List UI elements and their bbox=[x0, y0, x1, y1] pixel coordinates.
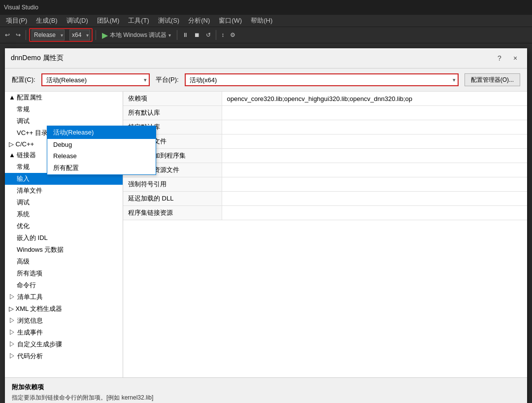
description-panel: 附加依赖项 指定要添加到链接命令行的附加项。[例如 kernel32.lib] bbox=[5, 377, 527, 403]
title-bar: Visual Studio bbox=[0, 0, 532, 15]
config-manager-button[interactable]: 配置管理器(O)... bbox=[465, 73, 520, 86]
undo-button[interactable]: ↩ bbox=[3, 31, 12, 39]
dropdown-item-Debug[interactable]: Debug bbox=[47, 139, 156, 150]
config-row: 配置(C): 活动(Release) Debug Release 所有配置 平台… bbox=[5, 68, 527, 92]
menu-help[interactable]: 帮助(H) bbox=[247, 15, 276, 26]
tree-item-windows-meta[interactable]: Windows 元数据 bbox=[5, 244, 123, 256]
prop-name: 延迟加载的 DLL bbox=[123, 192, 222, 206]
menu-test[interactable]: 测试(S) bbox=[154, 15, 183, 26]
platform-select-dialog[interactable]: 活动(x64) x64 x86 所有平台 bbox=[185, 73, 459, 86]
table-row[interactable]: 将模块添加到程序集 bbox=[123, 149, 527, 163]
prop-value bbox=[222, 206, 527, 220]
description-title: 附加依赖项 bbox=[12, 383, 520, 392]
dropdown-item-----[interactable]: 所有配置 bbox=[47, 162, 156, 174]
prop-value bbox=[222, 192, 527, 206]
tree-item-linker-debug[interactable]: 调试 bbox=[5, 197, 123, 208]
platform-label: 平台(P): bbox=[156, 75, 179, 84]
separator2 bbox=[96, 30, 96, 40]
restart-button[interactable]: ↺ bbox=[204, 31, 213, 39]
menu-analyze[interactable]: 分析(N) bbox=[184, 15, 214, 26]
tree-item-code-analysis[interactable]: ▷ 代码分析 bbox=[5, 350, 123, 362]
separator4 bbox=[216, 30, 216, 40]
config-combo: 活动(Release) Debug Release 所有配置 bbox=[41, 73, 150, 86]
prop-value bbox=[222, 134, 527, 149]
config-dropdown-popup: 活动(Release)DebugRelease所有配置 bbox=[47, 126, 156, 175]
tree-item-browse-info[interactable]: ▷ 浏览信息 bbox=[5, 315, 123, 327]
tree-item-system[interactable]: 系统 bbox=[5, 208, 123, 220]
prop-value bbox=[222, 120, 527, 134]
table-row[interactable]: 模块定义文件 bbox=[123, 134, 527, 149]
platform-select[interactable]: x64 x86 bbox=[69, 30, 90, 40]
prop-name: 强制符号引用 bbox=[123, 177, 222, 192]
dropdown-item----Release-[interactable]: 活动(Release) bbox=[47, 126, 156, 139]
tree-item-cmdline[interactable]: 命令行 bbox=[5, 279, 123, 291]
table-row[interactable]: 持定默认库 bbox=[123, 120, 527, 134]
dialog-controls: ? × bbox=[494, 52, 521, 64]
prop-value bbox=[222, 106, 527, 120]
menu-debug[interactable]: 调试(D) bbox=[63, 15, 92, 26]
run-icon: ▶ bbox=[102, 31, 108, 40]
separator3 bbox=[177, 30, 177, 40]
prop-value bbox=[222, 149, 527, 163]
table-row[interactable]: 强制符号引用 bbox=[123, 177, 527, 192]
config-select-dialog[interactable]: 活动(Release) Debug Release 所有配置 bbox=[41, 73, 150, 86]
run-label: 本地 Windows 调试器 bbox=[110, 31, 166, 39]
menu-window[interactable]: 窗口(W) bbox=[215, 15, 246, 26]
redo-button[interactable]: ↪ bbox=[14, 31, 23, 39]
menu-build[interactable]: 生成(B) bbox=[32, 15, 61, 26]
prop-value: opencv_core320.lib;opencv_highgui320.lib… bbox=[222, 92, 527, 106]
table-row[interactable]: 延迟加载的 DLL bbox=[123, 192, 527, 206]
tree-item-optimize[interactable]: 优化 bbox=[5, 220, 123, 232]
table-row[interactable]: 依赖项opencv_core320.lib;opencv_highgui320.… bbox=[123, 92, 527, 106]
description-text: 指定要添加到链接命令行的附加项。[例如 kernel32.lib] bbox=[12, 394, 520, 402]
prop-value bbox=[222, 163, 527, 177]
menu-bar: 项目(P) 生成(B) 调试(D) 团队(M) 工具(T) 测试(S) 分析(N… bbox=[0, 15, 532, 27]
prop-value bbox=[222, 177, 527, 192]
toolbar: ↩ ↪ Release Debug x64 x86 ▶ 本地 Windows 调… bbox=[0, 27, 532, 43]
run-button[interactable]: ▶ 本地 Windows 调试器 ▾ bbox=[99, 30, 174, 41]
config-platform-area: Release Debug x64 x86 bbox=[29, 28, 93, 42]
release-select[interactable]: Release Debug bbox=[32, 30, 65, 40]
misc-btn2[interactable]: ⚙ bbox=[228, 31, 237, 39]
properties-panel: 依赖项opencv_core320.lib;opencv_highgui320.… bbox=[123, 92, 527, 377]
tree-item-advanced[interactable]: 高级 bbox=[5, 256, 123, 268]
close-button[interactable]: × bbox=[509, 52, 521, 64]
separator1 bbox=[26, 30, 26, 40]
stop-button[interactable]: ⏹ bbox=[192, 31, 202, 39]
menu-team[interactable]: 团队(M) bbox=[93, 15, 124, 26]
tree-item-xml-gen[interactable]: ▷ XML 文档生成器 bbox=[5, 303, 123, 315]
run-dropdown-arrow: ▾ bbox=[168, 33, 171, 38]
tree-item-all-options[interactable]: 所有选项 bbox=[5, 268, 123, 279]
app-title: Visual Studio bbox=[4, 4, 38, 11]
dialog-titlebar: dnnDemo 属性页 ? × bbox=[5, 48, 527, 68]
properties-dialog: dnnDemo 属性页 ? × 配置(C): 活动(Release) Debug… bbox=[5, 48, 527, 403]
table-row[interactable]: 程序集链接资源 bbox=[123, 206, 527, 220]
properties-table: 依赖项opencv_core320.lib;opencv_highgui320.… bbox=[123, 92, 527, 220]
table-row[interactable]: 所有默认库 bbox=[123, 106, 527, 120]
tree-item-general[interactable]: 常规 bbox=[5, 103, 123, 115]
tree-item-idl[interactable]: 嵌入的 IDL bbox=[5, 232, 123, 244]
tree-item-manifest-tool[interactable]: ▷ 清单工具 bbox=[5, 291, 123, 303]
table-row[interactable]: 嵌入托管资源文件 bbox=[123, 163, 527, 177]
prop-name: 所有默认库 bbox=[123, 106, 222, 120]
platform-select-wrapper: x64 x86 bbox=[69, 30, 90, 40]
platform-combo: 活动(x64) x64 x86 所有平台 bbox=[185, 73, 459, 86]
menu-tools[interactable]: 工具(T) bbox=[124, 15, 153, 26]
tree-item-custom-build[interactable]: ▷ 自定义生成步骤 bbox=[5, 338, 123, 350]
tree-item-config-props[interactable]: ▲ 配置属性 bbox=[5, 92, 123, 103]
pause-button[interactable]: ⏸ bbox=[180, 31, 190, 39]
help-button[interactable]: ? bbox=[494, 52, 505, 64]
menu-project[interactable]: 项目(P) bbox=[2, 15, 31, 26]
prop-name: 程序集链接资源 bbox=[123, 206, 222, 220]
release-select-wrapper: Release Debug bbox=[32, 30, 65, 40]
prop-name: 依赖项 bbox=[123, 92, 222, 106]
misc-btn1[interactable]: ↕ bbox=[219, 31, 226, 39]
tree-item-build-events[interactable]: ▷ 生成事件 bbox=[5, 327, 123, 338]
tree-item-manifest[interactable]: 清单文件 bbox=[5, 185, 123, 197]
config-label: 配置(C): bbox=[12, 75, 35, 84]
dialog-title: dnnDemo 属性页 bbox=[11, 54, 64, 63]
dropdown-item-Release[interactable]: Release bbox=[47, 150, 156, 162]
